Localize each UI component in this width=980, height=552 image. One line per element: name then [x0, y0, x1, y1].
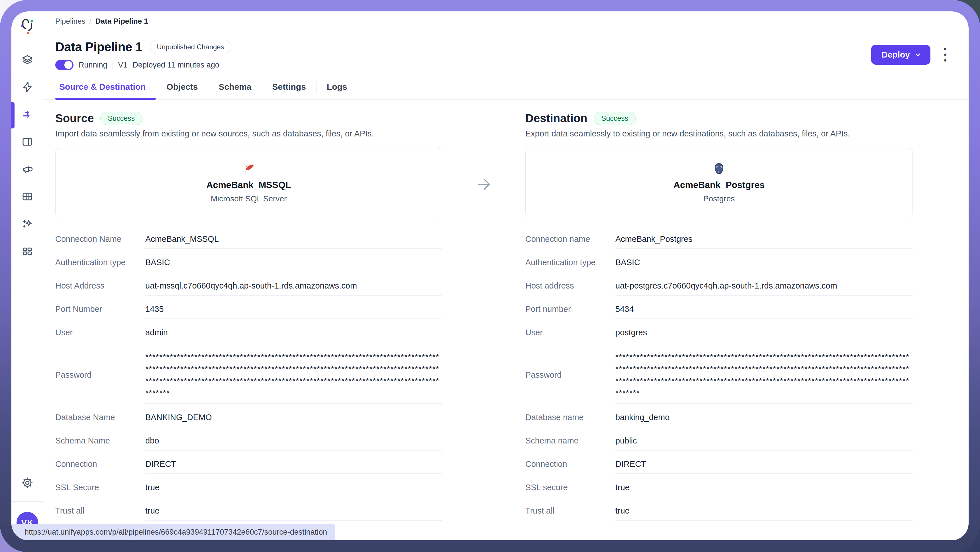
- field-row: Database namebanking_demo: [525, 412, 913, 427]
- source-password-field[interactable]: ****************************************…: [145, 351, 442, 404]
- source-trust-all-field[interactable]: true: [145, 506, 442, 521]
- running-toggle[interactable]: [55, 60, 73, 70]
- sidebar-item-apps-grid[interactable]: [21, 244, 34, 258]
- source-title: Source: [55, 112, 94, 125]
- sidebar-item-megaphone[interactable]: [21, 162, 34, 176]
- source-connection-name-field[interactable]: AcmeBank_MSSQL: [145, 234, 442, 249]
- postgres-icon: [712, 162, 726, 176]
- running-label: Running: [79, 60, 107, 70]
- mssql-icon: [242, 162, 256, 176]
- field-row: SSL Securetrue: [55, 482, 442, 497]
- destination-connector-card[interactable]: AcmeBank_Postgres Postgres: [525, 148, 913, 217]
- field-row: Password********************************…: [525, 351, 913, 404]
- source-destination-panel: Source Success Import data seamlessly fr…: [43, 111, 969, 529]
- destination-fields: Connection nameAcmeBank_Postgres Authent…: [525, 234, 913, 521]
- destination-title: Destination: [525, 112, 587, 125]
- destination-success-badge: Success: [594, 111, 636, 125]
- deploy-label: Deploy: [881, 50, 910, 59]
- field-row: Schema Namedbo: [55, 436, 442, 450]
- chevron-down-icon: [914, 51, 922, 59]
- field-row: SSL securetrue: [525, 482, 913, 497]
- field-row: Trust alltrue: [525, 506, 913, 521]
- field-row: Schema namepublic: [525, 436, 913, 450]
- source-port-field[interactable]: 1435: [145, 304, 442, 319]
- breadcrumb-pipelines[interactable]: Pipelines: [55, 17, 86, 25]
- sidebar-item-table[interactable]: [21, 190, 34, 204]
- dest-password-field[interactable]: ****************************************…: [615, 351, 913, 404]
- destination-connector-name: AcmeBank_Postgres: [673, 180, 765, 190]
- version-link[interactable]: V1: [118, 60, 127, 70]
- tab-logs[interactable]: Logs: [317, 78, 358, 99]
- dest-schema-field[interactable]: public: [615, 436, 913, 450]
- page-title: Data Pipeline 1: [55, 40, 142, 54]
- source-success-badge: Success: [100, 111, 142, 125]
- kebab-icon: [943, 47, 947, 62]
- status-url-tooltip: https://uat.unifyapps.com/p/all/pipeline…: [11, 524, 335, 540]
- sidebar-item-pipelines[interactable]: [21, 108, 34, 121]
- unifyapps-logo-icon[interactable]: [19, 19, 36, 35]
- field-row: Authentication typeBASIC: [55, 258, 442, 272]
- deploy-button[interactable]: Deploy: [871, 45, 931, 65]
- dest-connection-field[interactable]: DIRECT: [615, 459, 913, 474]
- source-host-field[interactable]: uat-mssql.c7o660qyc4qh.ap-south-1.rds.am…: [145, 281, 442, 296]
- source-auth-type-field[interactable]: BASIC: [145, 258, 442, 272]
- active-nav-indicator: [11, 102, 14, 129]
- field-row: Password********************************…: [55, 351, 442, 404]
- breadcrumb: Pipelines / Data Pipeline 1: [43, 11, 969, 31]
- sidebar-item-layers[interactable]: [21, 53, 34, 67]
- settings-button[interactable]: [11, 476, 43, 489]
- dest-database-field[interactable]: banking_demo: [615, 412, 913, 427]
- arrow-right-icon: [475, 175, 493, 193]
- source-database-field[interactable]: BANKING_DEMO: [145, 412, 442, 427]
- header-actions: Deploy: [871, 45, 949, 65]
- field-row: Useradmin: [55, 328, 442, 342]
- sidebar-nav: [21, 53, 34, 272]
- field-row: Authentication typeBASIC: [525, 258, 913, 272]
- field-row: ConnectionDIRECT: [525, 459, 913, 474]
- main-content: Pipelines / Data Pipeline 1 Data Pipelin…: [43, 11, 969, 540]
- dest-ssl-field[interactable]: true: [615, 482, 913, 497]
- breadcrumb-separator: /: [89, 17, 91, 25]
- field-row: Host Addressuat-mssql.c7o660qyc4qh.ap-so…: [55, 281, 442, 296]
- source-fields: Connection NameAcmeBank_MSSQL Authentica…: [55, 234, 442, 521]
- sidebar-item-layout[interactable]: [21, 135, 34, 149]
- dest-trust-all-field[interactable]: true: [615, 506, 913, 521]
- field-row: Host addressuat-postgres.c7o660qyc4qh.ap…: [525, 281, 913, 296]
- source-schema-field[interactable]: dbo: [145, 436, 442, 450]
- breadcrumb-current: Data Pipeline 1: [95, 17, 148, 25]
- page-header: Data Pipeline 1 Unpublished Changes Runn…: [43, 31, 969, 70]
- tab-schema[interactable]: Schema: [208, 78, 261, 99]
- deployed-text: Deployed 11 minutes ago: [133, 60, 220, 70]
- destination-connector-type: Postgres: [703, 194, 735, 204]
- gear-icon: [21, 476, 34, 489]
- dest-connection-name-field[interactable]: AcmeBank_Postgres: [615, 234, 913, 249]
- field-row: Port Number1435: [55, 304, 442, 319]
- source-connector-card[interactable]: AcmeBank_MSSQL Microsoft SQL Server: [55, 148, 442, 217]
- source-description: Import data seamlessly from existing or …: [55, 129, 442, 138]
- source-section: Source Success Import data seamlessly fr…: [55, 111, 442, 529]
- kebab-menu-button[interactable]: [942, 46, 949, 64]
- sidebar: VK: [11, 11, 43, 540]
- dest-host-field[interactable]: uat-postgres.c7o660qyc4qh.ap-south-1.rds…: [615, 281, 913, 296]
- dest-auth-type-field[interactable]: BASIC: [615, 258, 913, 272]
- source-connector-type: Microsoft SQL Server: [211, 194, 287, 204]
- dest-user-field[interactable]: postgres: [615, 328, 913, 342]
- source-connection-field[interactable]: DIRECT: [145, 459, 442, 474]
- field-row: Connection NameAcmeBank_MSSQL: [55, 234, 442, 249]
- sidebar-item-sparkles[interactable]: [21, 217, 34, 231]
- source-ssl-field[interactable]: true: [145, 482, 442, 497]
- destination-section: Destination Success Export data seamless…: [525, 111, 913, 529]
- tab-objects[interactable]: Objects: [156, 78, 208, 99]
- field-row: Trust alltrue: [55, 506, 442, 521]
- dest-port-field[interactable]: 5434: [615, 304, 913, 319]
- tab-source-destination[interactable]: Source & Destination: [55, 78, 156, 99]
- tab-bar: Source & Destination Objects Schema Sett…: [43, 78, 969, 100]
- source-user-field[interactable]: admin: [145, 328, 442, 342]
- source-connector-name: AcmeBank_MSSQL: [207, 180, 291, 190]
- sidebar-item-bolt[interactable]: [21, 80, 34, 94]
- tab-settings[interactable]: Settings: [262, 78, 316, 99]
- field-row: Connection nameAcmeBank_Postgres: [525, 234, 913, 249]
- unpublished-changes-badge: Unpublished Changes: [150, 40, 231, 54]
- app-window: VK Pipelines / Data Pipeline 1 Data Pipe…: [11, 11, 969, 540]
- field-row: Database NameBANKING_DEMO: [55, 412, 442, 427]
